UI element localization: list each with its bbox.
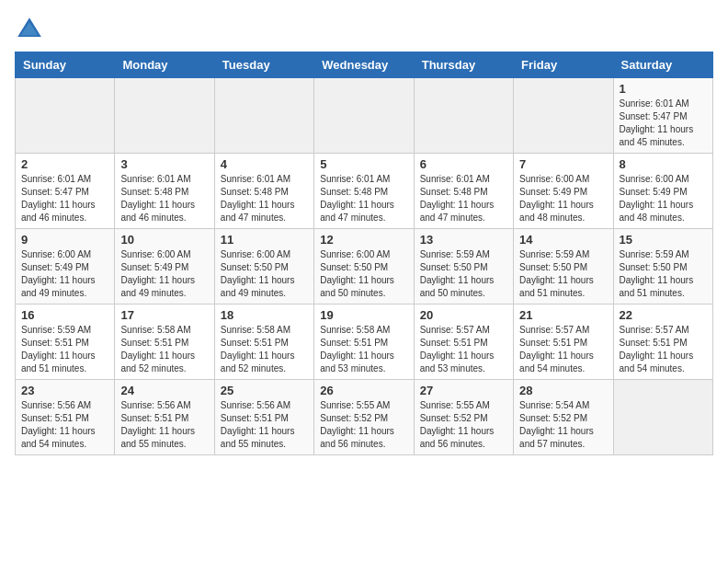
calendar-cell: 11Sunrise: 6:00 AM Sunset: 5:50 PM Dayli… (214, 229, 313, 304)
calendar-cell: 12Sunrise: 6:00 AM Sunset: 5:50 PM Dayli… (314, 229, 414, 304)
calendar-cell: 15Sunrise: 5:59 AM Sunset: 5:50 PM Dayli… (613, 229, 712, 304)
day-info: Sunrise: 5:57 AM Sunset: 5:51 PM Dayligh… (620, 324, 707, 375)
day-number: 25 (221, 384, 308, 397)
calendar-header-wednesday: Wednesday (314, 52, 414, 78)
calendar-cell (613, 380, 712, 455)
calendar-cell: 8Sunrise: 6:00 AM Sunset: 5:49 PM Daylig… (613, 154, 712, 229)
day-info: Sunrise: 6:01 AM Sunset: 5:48 PM Dayligh… (120, 173, 208, 224)
calendar-week-row: 23Sunrise: 5:56 AM Sunset: 5:51 PM Dayli… (16, 380, 713, 455)
calendar-cell: 20Sunrise: 5:57 AM Sunset: 5:51 PM Dayli… (414, 304, 513, 380)
day-number: 16 (21, 308, 108, 322)
calendar-header-sunday: Sunday (16, 52, 115, 78)
day-info: Sunrise: 5:57 AM Sunset: 5:51 PM Dayligh… (420, 324, 507, 375)
day-number: 9 (21, 233, 108, 247)
day-info: Sunrise: 5:59 AM Sunset: 5:51 PM Dayligh… (21, 324, 108, 375)
calendar-cell: 1Sunrise: 6:01 AM Sunset: 5:47 PM Daylig… (613, 78, 712, 154)
calendar-cell: 10Sunrise: 6:00 AM Sunset: 5:49 PM Dayli… (115, 229, 214, 304)
day-info: Sunrise: 5:55 AM Sunset: 5:52 PM Dayligh… (420, 399, 507, 451)
calendar-cell: 7Sunrise: 6:00 AM Sunset: 5:49 PM Daylig… (514, 154, 613, 229)
day-info: Sunrise: 6:01 AM Sunset: 5:48 PM Dayligh… (420, 173, 507, 224)
logo (15, 15, 48, 44)
calendar-cell (214, 78, 313, 154)
day-number: 1 (620, 82, 707, 96)
calendar-cell: 26Sunrise: 5:55 AM Sunset: 5:52 PM Dayli… (314, 380, 414, 455)
day-number: 17 (120, 308, 208, 322)
day-info: Sunrise: 5:58 AM Sunset: 5:51 PM Dayligh… (320, 324, 407, 375)
day-info: Sunrise: 5:59 AM Sunset: 5:50 PM Dayligh… (519, 248, 607, 300)
day-info: Sunrise: 6:00 AM Sunset: 5:49 PM Dayligh… (21, 248, 108, 300)
calendar-header-friday: Friday (514, 52, 613, 78)
calendar-cell: 28Sunrise: 5:54 AM Sunset: 5:52 PM Dayli… (514, 380, 613, 455)
day-number: 20 (420, 308, 507, 322)
calendar-header-monday: Monday (115, 52, 214, 78)
calendar-cell: 6Sunrise: 6:01 AM Sunset: 5:48 PM Daylig… (414, 154, 513, 229)
day-number: 27 (420, 384, 507, 397)
calendar-cell: 22Sunrise: 5:57 AM Sunset: 5:51 PM Dayli… (613, 304, 712, 380)
calendar-cell: 23Sunrise: 5:56 AM Sunset: 5:51 PM Dayli… (16, 380, 115, 455)
calendar-cell: 24Sunrise: 5:56 AM Sunset: 5:51 PM Dayli… (115, 380, 214, 455)
calendar-cell: 3Sunrise: 6:01 AM Sunset: 5:48 PM Daylig… (115, 154, 214, 229)
day-number: 4 (221, 157, 308, 171)
day-number: 8 (620, 157, 707, 171)
day-info: Sunrise: 6:01 AM Sunset: 5:47 PM Dayligh… (21, 173, 108, 224)
calendar-cell (115, 78, 214, 154)
calendar-cell: 13Sunrise: 5:59 AM Sunset: 5:50 PM Dayli… (414, 229, 513, 304)
calendar-cell: 2Sunrise: 6:01 AM Sunset: 5:47 PM Daylig… (16, 154, 115, 229)
day-info: Sunrise: 5:56 AM Sunset: 5:51 PM Dayligh… (120, 399, 208, 451)
day-number: 14 (519, 233, 607, 247)
calendar-table: SundayMondayTuesdayWednesdayThursdayFrid… (15, 52, 713, 455)
day-info: Sunrise: 6:00 AM Sunset: 5:50 PM Dayligh… (221, 248, 308, 300)
day-info: Sunrise: 5:57 AM Sunset: 5:51 PM Dayligh… (519, 324, 607, 375)
calendar-header-tuesday: Tuesday (214, 52, 313, 78)
day-info: Sunrise: 6:01 AM Sunset: 5:48 PM Dayligh… (221, 173, 308, 224)
day-number: 23 (21, 384, 108, 397)
day-info: Sunrise: 6:00 AM Sunset: 5:50 PM Dayligh… (320, 248, 407, 300)
day-number: 13 (420, 233, 507, 247)
calendar-cell (414, 78, 513, 154)
day-number: 6 (420, 157, 507, 171)
calendar-header-row: SundayMondayTuesdayWednesdayThursdayFrid… (16, 52, 713, 78)
day-info: Sunrise: 5:59 AM Sunset: 5:50 PM Dayligh… (620, 248, 707, 300)
day-number: 19 (320, 308, 407, 322)
calendar-cell: 5Sunrise: 6:01 AM Sunset: 5:48 PM Daylig… (314, 154, 414, 229)
calendar-cell: 21Sunrise: 5:57 AM Sunset: 5:51 PM Dayli… (514, 304, 613, 380)
calendar-cell: 25Sunrise: 5:56 AM Sunset: 5:51 PM Dayli… (214, 380, 313, 455)
day-info: Sunrise: 6:00 AM Sunset: 5:49 PM Dayligh… (519, 173, 607, 224)
day-number: 18 (221, 308, 308, 322)
calendar-week-row: 2Sunrise: 6:01 AM Sunset: 5:47 PM Daylig… (16, 154, 713, 229)
calendar-cell: 18Sunrise: 5:58 AM Sunset: 5:51 PM Dayli… (214, 304, 313, 380)
calendar-cell: 14Sunrise: 5:59 AM Sunset: 5:50 PM Dayli… (514, 229, 613, 304)
day-number: 15 (620, 233, 707, 247)
day-number: 24 (120, 384, 208, 397)
day-number: 5 (320, 157, 407, 171)
calendar-cell: 19Sunrise: 5:58 AM Sunset: 5:51 PM Dayli… (314, 304, 414, 380)
day-info: Sunrise: 6:01 AM Sunset: 5:47 PM Dayligh… (620, 98, 707, 149)
day-number: 10 (120, 233, 208, 247)
calendar-cell: 16Sunrise: 5:59 AM Sunset: 5:51 PM Dayli… (16, 304, 115, 380)
calendar-header-saturday: Saturday (613, 52, 712, 78)
calendar-cell: 9Sunrise: 6:00 AM Sunset: 5:49 PM Daylig… (16, 229, 115, 304)
calendar-cell: 4Sunrise: 6:01 AM Sunset: 5:48 PM Daylig… (214, 154, 313, 229)
calendar-cell (16, 78, 115, 154)
calendar-week-row: 1Sunrise: 6:01 AM Sunset: 5:47 PM Daylig… (16, 78, 713, 154)
day-number: 12 (320, 233, 407, 247)
day-number: 26 (320, 384, 407, 397)
day-info: Sunrise: 6:00 AM Sunset: 5:49 PM Dayligh… (620, 173, 707, 224)
calendar-week-row: 9Sunrise: 6:00 AM Sunset: 5:49 PM Daylig… (16, 229, 713, 304)
day-number: 11 (221, 233, 308, 247)
calendar-header-thursday: Thursday (414, 52, 513, 78)
calendar-cell: 17Sunrise: 5:58 AM Sunset: 5:51 PM Dayli… (115, 304, 214, 380)
calendar-cell (514, 78, 613, 154)
day-number: 2 (21, 157, 108, 171)
page-header (15, 15, 713, 44)
day-info: Sunrise: 5:58 AM Sunset: 5:51 PM Dayligh… (221, 324, 308, 375)
calendar-cell (314, 78, 414, 154)
day-info: Sunrise: 5:58 AM Sunset: 5:51 PM Dayligh… (120, 324, 208, 375)
day-info: Sunrise: 5:59 AM Sunset: 5:50 PM Dayligh… (420, 248, 507, 300)
day-number: 21 (519, 308, 607, 322)
day-info: Sunrise: 6:00 AM Sunset: 5:49 PM Dayligh… (120, 248, 208, 300)
day-info: Sunrise: 5:56 AM Sunset: 5:51 PM Dayligh… (21, 399, 108, 451)
day-info: Sunrise: 5:55 AM Sunset: 5:52 PM Dayligh… (320, 399, 407, 451)
calendar-week-row: 16Sunrise: 5:59 AM Sunset: 5:51 PM Dayli… (16, 304, 713, 380)
day-info: Sunrise: 5:56 AM Sunset: 5:51 PM Dayligh… (221, 399, 308, 451)
